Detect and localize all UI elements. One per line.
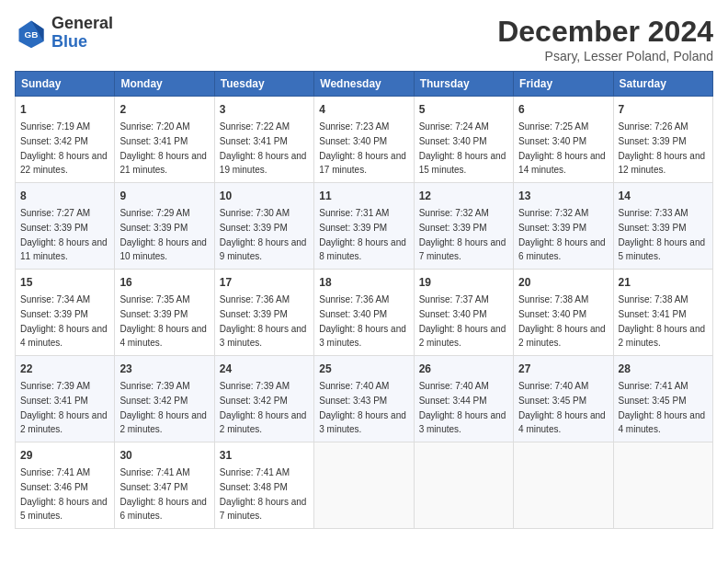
day-detail: Sunrise: 7:40 AMSunset: 3:43 PMDaylight:…: [319, 381, 406, 434]
day-number: 6: [518, 101, 608, 118]
calendar-cell: 2 Sunrise: 7:20 AMSunset: 3:41 PMDayligh…: [115, 97, 214, 183]
day-detail: Sunrise: 7:40 AMSunset: 3:44 PMDaylight:…: [419, 381, 506, 434]
calendar-cell: 25 Sunrise: 7:40 AMSunset: 3:43 PMDaylig…: [314, 356, 414, 442]
calendar-cell: 7 Sunrise: 7:26 AMSunset: 3:39 PMDayligh…: [613, 97, 712, 183]
day-number: 24: [220, 361, 309, 377]
calendar-cell: 10 Sunrise: 7:30 AMSunset: 3:39 PMDaylig…: [214, 183, 313, 270]
day-detail: Sunrise: 7:29 AMSunset: 3:39 PMDaylight:…: [119, 208, 207, 261]
calendar-cell: 23 Sunrise: 7:39 AMSunset: 3:42 PMDaylig…: [115, 356, 214, 442]
month-title: December 2024: [497, 15, 713, 49]
calendar-cell: 22 Sunrise: 7:39 AMSunset: 3:41 PMDaylig…: [16, 356, 115, 442]
day-detail: Sunrise: 7:41 AMSunset: 3:48 PMDaylight:…: [220, 467, 307, 521]
day-number: 30: [119, 447, 209, 464]
day-detail: Sunrise: 7:32 AMSunset: 3:39 PMDaylight:…: [518, 208, 606, 261]
day-number: 14: [619, 188, 708, 204]
svg-text:GB: GB: [25, 29, 39, 40]
day-detail: Sunrise: 7:34 AMSunset: 3:39 PMDaylight:…: [20, 294, 108, 348]
calendar-cell: [414, 442, 513, 529]
day-detail: Sunrise: 7:23 AMSunset: 3:40 PMDaylight:…: [319, 121, 406, 175]
day-number: 17: [220, 274, 309, 291]
logo-blue: Blue: [51, 32, 87, 51]
day-number: 3: [220, 101, 309, 118]
day-detail: Sunrise: 7:31 AMSunset: 3:39 PMDaylight:…: [319, 208, 406, 261]
day-detail: Sunrise: 7:22 AMSunset: 3:41 PMDaylight:…: [220, 121, 307, 175]
day-detail: Sunrise: 7:33 AMSunset: 3:39 PMDaylight:…: [619, 208, 706, 261]
calendar-cell: 28 Sunrise: 7:41 AMSunset: 3:45 PMDaylig…: [613, 356, 712, 442]
day-number: 12: [419, 188, 508, 204]
calendar-cell: 29 Sunrise: 7:41 AMSunset: 3:46 PMDaylig…: [16, 442, 115, 529]
day-number: 26: [419, 361, 508, 377]
calendar-cell: 12 Sunrise: 7:32 AMSunset: 3:39 PMDaylig…: [414, 183, 513, 270]
weekday-header-sunday: Sunday: [16, 72, 115, 97]
day-detail: Sunrise: 7:24 AMSunset: 3:40 PMDaylight:…: [419, 121, 506, 175]
calendar-cell: 13 Sunrise: 7:32 AMSunset: 3:39 PMDaylig…: [514, 183, 613, 270]
day-number: 22: [20, 361, 109, 377]
day-number: 9: [119, 188, 209, 204]
logo-icon: GB: [15, 17, 48, 50]
day-detail: Sunrise: 7:36 AMSunset: 3:39 PMDaylight:…: [220, 294, 307, 348]
day-number: 8: [20, 188, 109, 204]
day-detail: Sunrise: 7:27 AMSunset: 3:39 PMDaylight:…: [20, 208, 108, 261]
day-number: 11: [319, 188, 408, 204]
day-number: 15: [20, 274, 109, 291]
day-detail: Sunrise: 7:40 AMSunset: 3:45 PMDaylight:…: [518, 381, 606, 434]
weekday-header-tuesday: Tuesday: [214, 72, 313, 97]
day-number: 19: [419, 274, 508, 291]
day-number: 16: [119, 274, 209, 291]
day-detail: Sunrise: 7:38 AMSunset: 3:41 PMDaylight:…: [619, 294, 706, 348]
day-number: 27: [518, 361, 608, 377]
day-number: 21: [619, 274, 708, 291]
weekday-header-thursday: Thursday: [414, 72, 513, 97]
day-number: 2: [119, 101, 209, 118]
day-detail: Sunrise: 7:39 AMSunset: 3:42 PMDaylight:…: [220, 381, 307, 434]
day-detail: Sunrise: 7:26 AMSunset: 3:39 PMDaylight:…: [619, 121, 706, 175]
day-detail: Sunrise: 7:20 AMSunset: 3:41 PMDaylight:…: [119, 121, 207, 175]
day-detail: Sunrise: 7:41 AMSunset: 3:45 PMDaylight:…: [619, 381, 706, 434]
calendar-cell: 20 Sunrise: 7:38 AMSunset: 3:40 PMDaylig…: [514, 270, 613, 356]
day-detail: Sunrise: 7:32 AMSunset: 3:39 PMDaylight:…: [419, 208, 506, 261]
calendar-cell: 8 Sunrise: 7:27 AMSunset: 3:39 PMDayligh…: [16, 183, 115, 270]
calendar-cell: 15 Sunrise: 7:34 AMSunset: 3:39 PMDaylig…: [16, 270, 115, 356]
calendar-table: SundayMondayTuesdayWednesdayThursdayFrid…: [15, 71, 713, 529]
header: GB General Blue December 2024 Psary, Les…: [15, 15, 713, 63]
day-detail: Sunrise: 7:41 AMSunset: 3:47 PMDaylight:…: [119, 467, 207, 521]
day-detail: Sunrise: 7:35 AMSunset: 3:39 PMDaylight:…: [119, 294, 207, 348]
day-detail: Sunrise: 7:30 AMSunset: 3:39 PMDaylight:…: [220, 208, 307, 261]
day-number: 1: [20, 101, 109, 118]
day-detail: Sunrise: 7:36 AMSunset: 3:40 PMDaylight:…: [319, 294, 406, 348]
calendar-cell: [613, 442, 712, 529]
calendar-cell: 14 Sunrise: 7:33 AMSunset: 3:39 PMDaylig…: [613, 183, 712, 270]
day-number: 23: [119, 361, 209, 377]
location-title: Psary, Lesser Poland, Poland: [497, 49, 713, 63]
calendar-cell: 4 Sunrise: 7:23 AMSunset: 3:40 PMDayligh…: [314, 97, 414, 183]
calendar-cell: 6 Sunrise: 7:25 AMSunset: 3:40 PMDayligh…: [514, 97, 613, 183]
day-detail: Sunrise: 7:38 AMSunset: 3:40 PMDaylight:…: [518, 294, 606, 348]
day-number: 31: [220, 447, 309, 464]
day-number: 4: [319, 101, 408, 118]
weekday-header-monday: Monday: [115, 72, 214, 97]
day-detail: Sunrise: 7:25 AMSunset: 3:40 PMDaylight:…: [518, 121, 606, 175]
day-number: 25: [319, 361, 408, 377]
weekday-header-saturday: Saturday: [613, 72, 712, 97]
day-detail: Sunrise: 7:19 AMSunset: 3:42 PMDaylight:…: [20, 121, 108, 175]
calendar-cell: [514, 442, 613, 529]
day-number: 7: [619, 101, 708, 118]
calendar-cell: 16 Sunrise: 7:35 AMSunset: 3:39 PMDaylig…: [115, 270, 214, 356]
calendar-cell: 3 Sunrise: 7:22 AMSunset: 3:41 PMDayligh…: [214, 97, 313, 183]
title-area: December 2024 Psary, Lesser Poland, Pola…: [497, 15, 713, 63]
logo: GB General Blue: [15, 15, 113, 52]
day-number: 28: [619, 361, 708, 377]
day-detail: Sunrise: 7:37 AMSunset: 3:40 PMDaylight:…: [419, 294, 506, 348]
calendar-cell: 26 Sunrise: 7:40 AMSunset: 3:44 PMDaylig…: [414, 356, 513, 442]
calendar-cell: 9 Sunrise: 7:29 AMSunset: 3:39 PMDayligh…: [115, 183, 214, 270]
calendar-cell: 21 Sunrise: 7:38 AMSunset: 3:41 PMDaylig…: [613, 270, 712, 356]
calendar-cell: 24 Sunrise: 7:39 AMSunset: 3:42 PMDaylig…: [214, 356, 313, 442]
calendar-cell: 30 Sunrise: 7:41 AMSunset: 3:47 PMDaylig…: [115, 442, 214, 529]
calendar-week-1: 1 Sunrise: 7:19 AMSunset: 3:42 PMDayligh…: [16, 97, 713, 183]
calendar-week-5: 29 Sunrise: 7:41 AMSunset: 3:46 PMDaylig…: [16, 442, 713, 529]
day-detail: Sunrise: 7:39 AMSunset: 3:42 PMDaylight:…: [119, 381, 207, 434]
day-number: 18: [319, 274, 408, 291]
day-number: 29: [20, 447, 109, 464]
day-number: 10: [220, 188, 309, 204]
calendar-cell: 11 Sunrise: 7:31 AMSunset: 3:39 PMDaylig…: [314, 183, 414, 270]
